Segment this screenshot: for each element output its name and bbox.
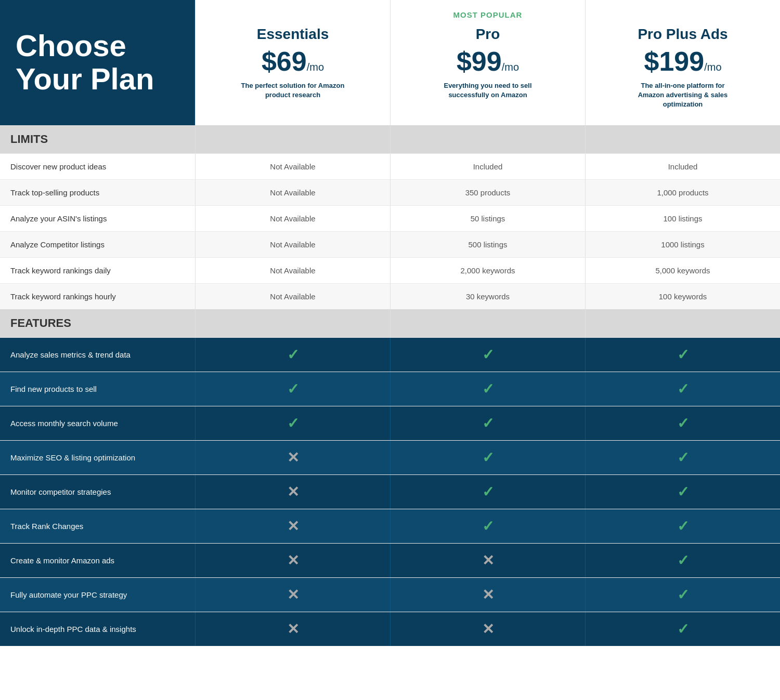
row-cell: ✓ xyxy=(195,338,390,372)
row-label: Access monthly search volume xyxy=(0,406,195,440)
check-icon: ✓ xyxy=(287,380,299,398)
row-label: Track keyword rankings daily xyxy=(0,258,195,283)
features-section-header: FEATURES xyxy=(0,309,780,337)
cross-icon: ✕ xyxy=(287,449,299,466)
row-label: Find new products to sell xyxy=(0,372,195,406)
row-cell: 100 listings xyxy=(585,206,780,231)
row-cell: Included xyxy=(585,154,780,179)
row-cell: 500 listings xyxy=(390,232,585,257)
check-icon: ✓ xyxy=(677,586,689,603)
row-cell: ✓ xyxy=(585,441,780,474)
table-row: Track Rank Changes✕✓✓ xyxy=(0,509,780,543)
most-popular-badge-pro: MOST POPULAR xyxy=(453,10,523,22)
row-cell: ✓ xyxy=(585,612,780,646)
limits-rows: Discover new product ideasNot AvailableI… xyxy=(0,153,780,309)
plan-cell-essentials: Essentials$69/moThe perfect solution for… xyxy=(195,0,390,125)
limits-section-header: LIMITS xyxy=(0,125,780,153)
row-cell: Not Available xyxy=(195,154,390,179)
row-label: Create & monitor Amazon ads xyxy=(0,544,195,577)
cross-icon: ✕ xyxy=(287,620,299,638)
table-row: Maximize SEO & listing optimization✕✓✓ xyxy=(0,440,780,474)
check-icon: ✓ xyxy=(677,620,689,638)
plan-name-pro: Pro xyxy=(476,26,500,43)
row-label: Monitor competitor strategies xyxy=(0,475,195,509)
cross-icon: ✕ xyxy=(482,586,494,603)
plan-price-pro-plus-ads: $199/mo xyxy=(644,48,721,75)
row-cell: Not Available xyxy=(195,284,390,309)
row-cell: ✓ xyxy=(390,338,585,372)
check-icon: ✓ xyxy=(482,449,494,466)
row-cell: 30 keywords xyxy=(390,284,585,309)
row-cell: 2,000 keywords xyxy=(390,258,585,283)
plan-name-pro-plus-ads: Pro Plus Ads xyxy=(638,26,727,43)
row-cell: ✓ xyxy=(585,578,780,612)
table-row: Track top-selling productsNot Available3… xyxy=(0,179,780,205)
table-row: Unlock in-depth PPC data & insights✕✕✓ xyxy=(0,612,780,646)
table-row: Discover new product ideasNot AvailableI… xyxy=(0,153,780,179)
features-label: FEATURES xyxy=(0,309,195,337)
row-cell: ✕ xyxy=(195,475,390,509)
cross-icon: ✕ xyxy=(287,586,299,603)
row-cell: Not Available xyxy=(195,180,390,205)
row-cell: ✓ xyxy=(390,406,585,440)
row-label: Fully automate your PPC strategy xyxy=(0,578,195,612)
table-row: Analyze sales metrics & trend data✓✓✓ xyxy=(0,337,780,372)
features-rows: Analyze sales metrics & trend data✓✓✓Fin… xyxy=(0,337,780,646)
plan-name-essentials: Essentials xyxy=(257,26,329,43)
check-icon: ✓ xyxy=(677,346,689,363)
row-label: Analyze sales metrics & trend data xyxy=(0,338,195,372)
check-icon: ✓ xyxy=(677,518,689,535)
row-cell: 1000 listings xyxy=(585,232,780,257)
plan-price-wrapper-pro: $99/mo xyxy=(457,48,519,75)
row-cell: ✓ xyxy=(585,544,780,577)
limits-label: LIMITS xyxy=(0,125,195,153)
check-icon: ✓ xyxy=(482,415,494,432)
row-cell: ✓ xyxy=(390,509,585,543)
row-label: Unlock in-depth PPC data & insights xyxy=(0,612,195,646)
cross-icon: ✕ xyxy=(287,518,299,535)
row-cell: ✕ xyxy=(390,544,585,577)
check-icon: ✓ xyxy=(677,415,689,432)
row-label: Track Rank Changes xyxy=(0,509,195,543)
row-cell: ✕ xyxy=(195,544,390,577)
row-cell: ✕ xyxy=(195,441,390,474)
table-row: Fully automate your PPC strategy✕✕✓ xyxy=(0,577,780,612)
plan-price-essentials: $69/mo xyxy=(262,48,324,75)
check-icon: ✓ xyxy=(287,346,299,363)
row-cell: 50 listings xyxy=(390,206,585,231)
row-cell: ✓ xyxy=(195,372,390,406)
plan-desc-essentials: The perfect solution for Amazon product … xyxy=(241,81,345,100)
row-label: Track keyword rankings hourly xyxy=(0,284,195,309)
check-icon: ✓ xyxy=(677,483,689,500)
check-icon: ✓ xyxy=(287,415,299,432)
plan-price-wrapper-essentials: $69/mo xyxy=(262,48,324,75)
row-cell: 100 keywords xyxy=(585,284,780,309)
check-icon: ✓ xyxy=(677,380,689,398)
table-row: Access monthly search volume✓✓✓ xyxy=(0,406,780,440)
plan-cell-pro-plus-ads: Pro Plus Ads$199/moThe all-in-one platfo… xyxy=(585,0,780,125)
check-icon: ✓ xyxy=(482,380,494,398)
table-row: Create & monitor Amazon ads✕✕✓ xyxy=(0,543,780,577)
row-cell: ✕ xyxy=(195,509,390,543)
row-cell: ✕ xyxy=(195,578,390,612)
row-cell: Not Available xyxy=(195,232,390,257)
check-icon: ✓ xyxy=(482,483,494,500)
row-cell: Not Available xyxy=(195,258,390,283)
row-cell: ✓ xyxy=(195,406,390,440)
check-icon: ✓ xyxy=(677,449,689,466)
row-cell: Included xyxy=(390,154,585,179)
title-cell: Choose Your Plan xyxy=(0,0,195,125)
row-cell: 1,000 products xyxy=(585,180,780,205)
pricing-table: Choose Your Plan Essentials$69/moThe per… xyxy=(0,0,780,700)
row-label: Discover new product ideas xyxy=(0,154,195,179)
plan-desc-pro: Everything you need to sell successfully… xyxy=(436,81,540,100)
row-cell: ✓ xyxy=(390,372,585,406)
row-cell: Not Available xyxy=(195,206,390,231)
row-cell: ✓ xyxy=(585,338,780,372)
row-cell: 350 products xyxy=(390,180,585,205)
plan-desc-pro-plus-ads: The all-in-one platform for Amazon adver… xyxy=(631,81,735,110)
row-cell: ✓ xyxy=(585,406,780,440)
plan-cell-pro: MOST POPULARPro$99/moEverything you need… xyxy=(390,0,585,125)
row-cell: ✓ xyxy=(585,509,780,543)
table-row: Find new products to sell✓✓✓ xyxy=(0,372,780,406)
